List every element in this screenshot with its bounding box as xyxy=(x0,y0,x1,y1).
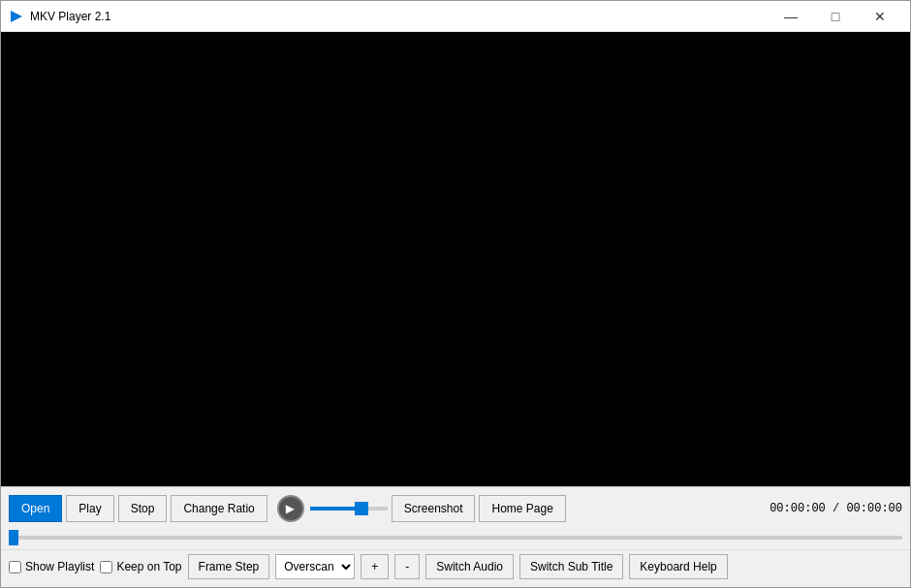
svg-marker-0 xyxy=(11,11,22,22)
minus-button[interactable]: - xyxy=(394,554,420,579)
volume-button[interactable]: ◀ xyxy=(275,493,306,524)
show-playlist-checkbox[interactable] xyxy=(9,561,21,573)
controls-row-1: Open Play Stop Change Ratio ◀ Screenshot… xyxy=(1,487,910,530)
seek-bar[interactable] xyxy=(9,536,902,540)
screenshot-button[interactable]: Screenshot xyxy=(392,495,476,522)
show-playlist-label[interactable]: Show Playlist xyxy=(9,560,94,573)
video-display xyxy=(1,32,910,486)
controls-row-2: Show Playlist Keep on Top Frame Step Ove… xyxy=(1,549,910,587)
window-controls: — □ ✕ xyxy=(769,1,902,32)
switch-audio-button[interactable]: Switch Audio xyxy=(425,554,514,579)
main-window: MKV Player 2.1 — □ ✕ Open Play Stop Chan… xyxy=(0,0,911,588)
maximize-button[interactable]: □ xyxy=(813,1,858,32)
titlebar: MKV Player 2.1 — □ ✕ xyxy=(1,1,910,32)
time-display: 00:00:00 / 00:00:00 xyxy=(770,502,902,515)
show-playlist-text: Show Playlist xyxy=(25,560,94,573)
play-button[interactable]: Play xyxy=(66,495,113,522)
switch-subtitle-button[interactable]: Switch Sub Title xyxy=(519,554,623,579)
volume-area: ◀ xyxy=(275,493,388,524)
seek-bar-row xyxy=(1,530,910,549)
app-icon xyxy=(9,9,24,24)
close-button[interactable]: ✕ xyxy=(858,1,902,32)
stop-button[interactable]: Stop xyxy=(118,495,168,522)
app-title: MKV Player 2.1 xyxy=(30,10,769,23)
change-ratio-button[interactable]: Change Ratio xyxy=(171,495,267,522)
keep-on-top-label[interactable]: Keep on Top xyxy=(100,560,181,573)
overscan-dropdown[interactable]: Overscan None 10% 25% xyxy=(275,554,355,579)
seek-bar-container xyxy=(9,530,902,545)
keep-on-top-text: Keep on Top xyxy=(116,560,181,573)
volume-slider[interactable] xyxy=(310,507,388,511)
keep-on-top-checkbox[interactable] xyxy=(100,561,112,573)
home-page-button[interactable]: Home Page xyxy=(479,495,565,522)
volume-slider-container xyxy=(310,507,388,511)
keyboard-help-button[interactable]: Keyboard Help xyxy=(629,554,727,579)
minimize-button[interactable]: — xyxy=(769,1,813,32)
open-button[interactable]: Open xyxy=(9,495,62,522)
volume-icon: ◀ xyxy=(277,495,304,522)
frame-step-button[interactable]: Frame Step xyxy=(188,554,270,579)
controls-area: Open Play Stop Change Ratio ◀ Screenshot… xyxy=(1,486,910,587)
plus-button[interactable]: + xyxy=(361,554,389,579)
